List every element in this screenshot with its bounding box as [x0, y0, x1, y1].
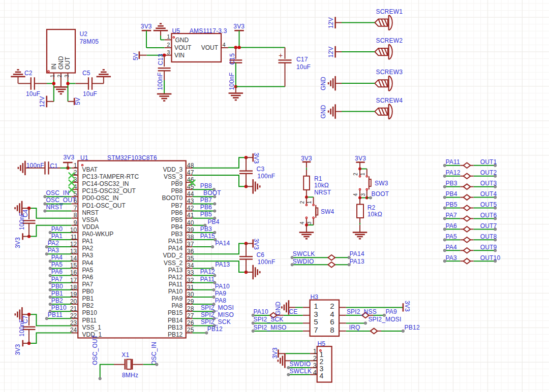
- svg-text:12V: 12V: [39, 96, 46, 107]
- svg-text:GND: GND: [320, 105, 327, 118]
- svg-text:PA12: PA12: [445, 169, 460, 176]
- svg-text:3V3: 3V3: [63, 154, 74, 161]
- svg-text:PA9: PA9: [172, 295, 183, 302]
- svg-text:PB4: PB4: [207, 218, 219, 225]
- svg-text:VDD_2: VDD_2: [163, 252, 183, 259]
- svg-text:PB10: PB10: [82, 309, 98, 316]
- svg-text:PB9: PB9: [171, 180, 183, 187]
- svg-text:100nF: 100nF: [257, 173, 275, 180]
- svg-text:PA12: PA12: [200, 268, 215, 275]
- svg-text:PB13: PB13: [168, 324, 183, 331]
- svg-text:PA13: PA13: [215, 261, 230, 268]
- svg-text:GND: GND: [175, 37, 189, 44]
- svg-text:PA7: PA7: [82, 281, 94, 288]
- svg-text:OUT10: OUT10: [480, 254, 501, 262]
- svg-text:5: 5: [314, 317, 318, 326]
- svg-text:1: 1: [167, 34, 170, 40]
- svg-text:PB3: PB3: [445, 180, 457, 187]
- svg-text:PB5: PB5: [445, 201, 457, 208]
- svg-text:PA3: PA3: [48, 247, 59, 254]
- svg-text:4: 4: [330, 310, 334, 318]
- svg-text:PA10: PA10: [215, 283, 230, 290]
- svg-text:PA7: PA7: [51, 276, 63, 283]
- svg-text:100nF: 100nF: [26, 162, 44, 169]
- svg-text:NRST: NRST: [82, 209, 99, 216]
- svg-text:PB6: PB6: [171, 209, 183, 216]
- svg-text:PD0-OSC_IN: PD0-OSC_IN: [82, 194, 119, 202]
- svg-text:SPI2_MISO: SPI2_MISO: [254, 324, 287, 331]
- svg-text:PA6: PA6: [445, 222, 457, 230]
- svg-text:4: 4: [299, 221, 305, 224]
- svg-text:PB1: PB1: [51, 290, 63, 297]
- svg-text:3: 3: [167, 49, 170, 55]
- svg-text:SW4: SW4: [321, 208, 334, 215]
- svg-text:PA4: PA4: [51, 254, 63, 261]
- svg-text:PC15-OSC32_OUT: PC15-OSC32_OUT: [82, 187, 136, 194]
- svg-text:PC14-OSC32_IN: PC14-OSC32_IN: [82, 180, 129, 187]
- svg-text:PA5: PA5: [445, 233, 457, 240]
- svg-text:PB5: PB5: [171, 216, 183, 223]
- svg-text:SPI2_MOSI: SPI2_MOSI: [201, 304, 234, 311]
- svg-text:100nF: 100nF: [228, 72, 235, 90]
- svg-text:CE: CE: [289, 308, 298, 315]
- svg-text:1: 1: [50, 75, 55, 78]
- svg-text:PA11: PA11: [169, 281, 183, 288]
- svg-text:100nF: 100nF: [257, 258, 275, 266]
- svg-text:2: 2: [167, 42, 170, 48]
- svg-text:OSC_OUT: OSC_OUT: [92, 335, 99, 365]
- svg-text:PA5: PA5: [51, 261, 63, 268]
- svg-text:PB12: PB12: [168, 331, 183, 338]
- svg-text:GND: GND: [57, 56, 65, 70]
- svg-text:10uF: 10uF: [83, 90, 97, 97]
- svg-text:PA0: PA0: [51, 225, 63, 233]
- svg-text:PB0: PB0: [82, 288, 94, 295]
- svg-text:VOUT: VOUT: [174, 44, 192, 51]
- svg-text:PB7: PB7: [171, 202, 183, 209]
- svg-text:PB11: PB11: [82, 317, 97, 324]
- svg-text:PB11: PB11: [48, 311, 63, 318]
- svg-text:3: 3: [307, 221, 312, 224]
- svg-text:5V: 5V: [132, 53, 139, 60]
- svg-text:8: 8: [74, 212, 77, 219]
- svg-text:PB4: PB4: [445, 190, 457, 198]
- svg-text:1: 1: [314, 302, 318, 310]
- svg-text:12V: 12V: [327, 17, 334, 28]
- svg-text:PA13: PA13: [350, 258, 364, 265]
- svg-text:OUT4: OUT4: [480, 190, 497, 198]
- svg-text:PA11: PA11: [200, 276, 215, 283]
- svg-text:OSC_IN: OSC_IN: [150, 342, 158, 365]
- svg-text:7: 7: [74, 205, 77, 212]
- svg-text:NRST: NRST: [314, 189, 331, 196]
- svg-text:H3: H3: [310, 293, 318, 301]
- svg-text:PA8: PA8: [172, 302, 183, 309]
- svg-text:100nF: 100nF: [18, 319, 25, 337]
- svg-text:+: +: [279, 51, 283, 59]
- svg-text:OUT: OUT: [64, 56, 71, 70]
- svg-text:BOOT: BOOT: [372, 190, 389, 198]
- svg-text:PA14: PA14: [350, 250, 364, 257]
- svg-text:PA1: PA1: [82, 238, 94, 245]
- svg-text:4: 4: [223, 42, 226, 48]
- svg-text:C5: C5: [82, 70, 90, 77]
- svg-text:PA2: PA2: [48, 240, 59, 247]
- svg-text:PB0: PB0: [51, 283, 63, 290]
- svg-text:PA5: PA5: [82, 267, 94, 274]
- svg-text:2: 2: [57, 75, 63, 78]
- svg-text:PB10: PB10: [51, 304, 67, 311]
- svg-text:3V3: 3V3: [404, 301, 411, 312]
- svg-text:100nF: 100nF: [18, 212, 25, 230]
- svg-text:100nF: 100nF: [157, 72, 164, 90]
- svg-text:SW3: SW3: [375, 180, 388, 187]
- svg-text:PB14: PB14: [168, 317, 183, 324]
- svg-text:8: 8: [330, 325, 334, 334]
- svg-text:3V3: 3V3: [253, 239, 260, 250]
- svg-text:OSC_IN: OSC_IN: [46, 189, 69, 197]
- svg-text:SCREW1: SCREW1: [376, 8, 403, 15]
- svg-text:PA9: PA9: [386, 308, 398, 315]
- svg-text:PB3: PB3: [200, 225, 212, 233]
- svg-text:PA10: PA10: [168, 288, 183, 295]
- svg-text:2: 2: [353, 173, 358, 176]
- svg-text:PA4: PA4: [82, 259, 94, 267]
- svg-text:SWCLK: SWCLK: [293, 250, 315, 257]
- svg-text:PA10: PA10: [254, 308, 268, 315]
